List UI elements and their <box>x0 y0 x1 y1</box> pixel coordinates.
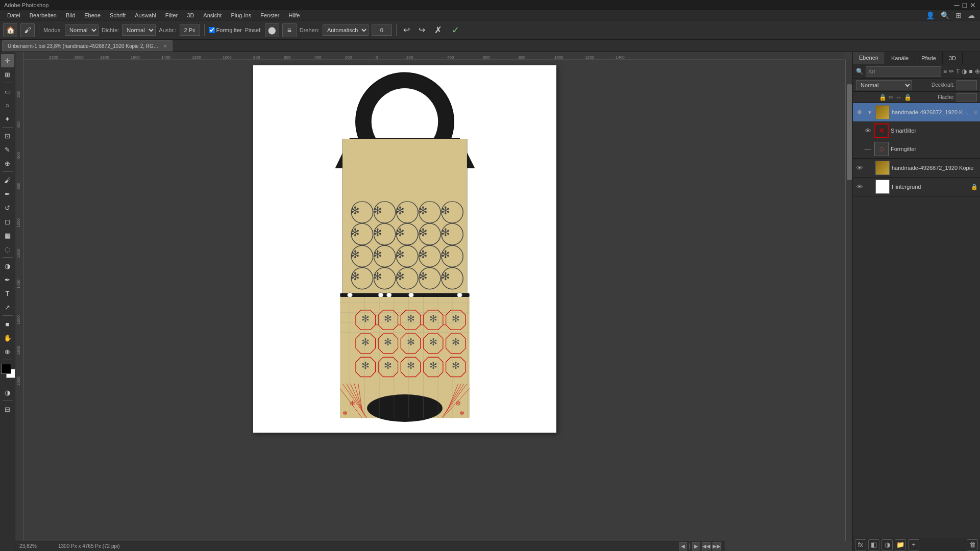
menu-bearbeiten[interactable]: Bearbeiten <box>26 11 61 19</box>
adjust-icon[interactable]: ◑ <box>962 66 967 77</box>
scroll-nav-1[interactable]: ◀◀ <box>702 542 710 550</box>
modus-select[interactable]: Normal <box>65 24 99 36</box>
cloud-icon[interactable]: ☁ <box>966 11 977 19</box>
scrollbar-v-thumb[interactable] <box>847 84 852 180</box>
foreground-color[interactable] <box>1 364 11 374</box>
layer-item-2[interactable]: 👁 handmade-4926872_1920 Kopie <box>853 159 980 177</box>
reset-btn[interactable]: ↩ <box>401 24 413 36</box>
tab-close-btn[interactable]: × <box>164 43 167 49</box>
pinsel-picker-btn[interactable]: ⬤ <box>265 23 279 37</box>
marquee-tool[interactable]: ▭ <box>1 85 14 98</box>
tab-kanaele[interactable]: Kanäle <box>885 52 915 64</box>
history-brush-tool[interactable]: ↺ <box>1 201 14 214</box>
lock-all-icon[interactable]: 🔒 <box>904 94 912 101</box>
minimize-btn[interactable]: ─ <box>954 1 960 9</box>
eyedropper-tool[interactable]: ✎ <box>1 143 14 156</box>
menu-auswahl[interactable]: Auswahl <box>131 11 160 19</box>
drehen-select[interactable]: Automatisch <box>323 24 369 36</box>
menu-schrift[interactable]: Schrift <box>106 11 130 19</box>
formgitter-checkbox-label[interactable]: Formgitter <box>209 27 242 33</box>
new-layer-btn[interactable]: + <box>908 539 919 550</box>
gradient-tool[interactable]: ▦ <box>1 229 14 242</box>
tab-pfade[interactable]: Pfade <box>915 52 943 64</box>
add-mask-btn[interactable]: ◧ <box>868 539 879 550</box>
heal-tool[interactable]: ⊕ <box>1 157 14 170</box>
grid-icon[interactable]: ⊞ <box>953 11 964 19</box>
tab-3d[interactable]: 3D <box>943 52 963 64</box>
magic-wand-tool[interactable]: ✦ <box>1 112 14 126</box>
clone-stamp-tool[interactable]: ✒ <box>1 187 14 201</box>
move-tool[interactable]: ✛ <box>1 54 14 67</box>
zoom-tool[interactable]: ⊕ <box>1 345 14 358</box>
eraser-tool[interactable]: ◻ <box>1 215 14 228</box>
pencil-icon[interactable]: ✏ <box>949 66 954 77</box>
shape-tool[interactable]: ■ <box>1 317 14 331</box>
screen-mode-btn[interactable]: ⊟ <box>1 403 14 416</box>
vertical-scrollbar[interactable] <box>845 60 852 541</box>
hand-tool[interactable]: ✋ <box>1 331 14 344</box>
home-button[interactable]: 🏠 <box>3 23 17 37</box>
scroll-nav-2[interactable]: ▶▶ <box>713 542 721 550</box>
tab-ebenen[interactable]: Ebenen <box>853 52 885 64</box>
pen-tool[interactable]: ✒ <box>1 273 14 286</box>
drehen-input[interactable] <box>372 24 392 36</box>
menu-datei[interactable]: Datei <box>3 11 24 19</box>
add-fx-btn[interactable]: fx <box>855 539 866 550</box>
blur-tool[interactable]: ◌ <box>1 242 14 256</box>
text-layer-icon[interactable]: T <box>956 66 960 77</box>
layer-item-1[interactable]: 👁 ▼ handmade-4926872_1920 Kopie 2 ⚙ <box>853 103 980 121</box>
lasso-tool[interactable]: ○ <box>1 98 14 112</box>
horizontal-scrollbar[interactable] <box>689 543 690 549</box>
user-icon[interactable]: 👤 <box>924 11 937 19</box>
layer-settings-icon-1[interactable]: ⚙ <box>973 110 978 115</box>
blend-mode-select[interactable]: Normal <box>856 80 912 90</box>
layers-search-input[interactable] <box>866 66 941 77</box>
scroll-left-btn[interactable]: ◀ <box>679 542 687 550</box>
menu-ansicht[interactable]: Ansicht <box>199 11 226 19</box>
lock-brush-icon[interactable]: ✏ <box>889 94 894 101</box>
layer-expand-btn-1[interactable]: ▼ <box>866 109 873 116</box>
path-select-tool[interactable]: ↗ <box>1 300 14 314</box>
fill-input[interactable]: 100% <box>957 93 977 102</box>
layer-vis-sf[interactable]: 👁 <box>863 126 872 135</box>
smart-icon[interactable]: ⊕ <box>975 66 980 77</box>
layer-vis-bg[interactable]: 👁 <box>855 182 864 191</box>
crop-tool[interactable]: ⊡ <box>1 129 14 142</box>
pinsel-option-btn[interactable]: ≡ <box>282 23 297 37</box>
menu-filter[interactable]: Filter <box>161 11 182 19</box>
quick-mask-toggle[interactable]: ◑ <box>1 386 14 399</box>
layer-item-smartfilter[interactable]: 👁 ✕ Smartfilter <box>853 121 980 140</box>
filter-type-btn[interactable]: ≡ <box>943 66 947 77</box>
close-btn[interactable]: ✕ <box>970 1 976 9</box>
undo-warp-btn[interactable]: ↪ <box>416 24 428 36</box>
maximize-btn[interactable]: □ <box>963 1 967 9</box>
lock-position-icon[interactable]: ↔ <box>896 94 902 101</box>
layer-item-formgitter[interactable]: — ⬡ Formgitter <box>853 140 980 158</box>
layer-vis-1[interactable]: 👁 <box>855 108 864 117</box>
window-controls[interactable]: ─ □ ✕ <box>954 1 976 9</box>
shape-icon[interactable]: ■ <box>969 66 972 77</box>
menu-fenster[interactable]: Fenster <box>256 11 283 19</box>
brush-tool-button[interactable]: 🖌 <box>20 23 35 37</box>
dichte-select[interactable]: Normal <box>122 24 156 36</box>
delete-layer-btn[interactable]: 🗑 <box>967 539 978 550</box>
layer-vis-2[interactable]: 👁 <box>855 163 864 172</box>
lock-transparent-icon[interactable]: 🔒 <box>879 94 887 101</box>
document-tab[interactable]: Unbenannt-1 bei 23,8% (handmade-4926872_… <box>2 40 173 52</box>
menu-bild[interactable]: Bild <box>62 11 79 19</box>
formgitter-checkbox[interactable] <box>209 27 215 33</box>
ausbr-input[interactable] <box>180 24 200 36</box>
menu-ebene[interactable]: Ebene <box>80 11 105 19</box>
search-icon[interactable]: 🔍 <box>939 11 951 19</box>
menu-hilfe[interactable]: Hilfe <box>284 11 304 19</box>
add-group-btn[interactable]: 📁 <box>895 539 906 550</box>
opacity-input[interactable]: 100% <box>957 80 977 90</box>
confirm-warp-btn[interactable]: ✓ <box>449 23 463 37</box>
dodge-tool[interactable]: ◑ <box>1 259 14 272</box>
brush-tool[interactable]: 🖌 <box>1 173 14 187</box>
menu-3d[interactable]: 3D <box>183 11 198 19</box>
layer-vis-fg[interactable]: — <box>863 144 872 154</box>
scroll-right-btn[interactable]: ▶ <box>692 542 700 550</box>
layer-item-bg[interactable]: 👁 Hintergrund 🔒 <box>853 178 980 196</box>
add-adjustment-btn[interactable]: ◑ <box>881 539 893 550</box>
